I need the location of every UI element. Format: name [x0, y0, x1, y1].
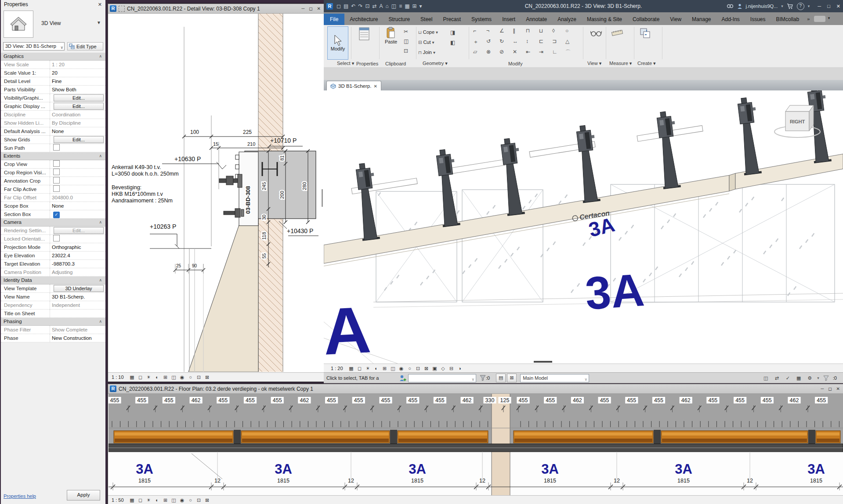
property-value[interactable]: New Construction	[50, 334, 105, 342]
edit-button[interactable]: Edit...	[54, 136, 104, 143]
checkbox[interactable]	[53, 169, 60, 175]
chevron-down-icon[interactable]: ▾	[808, 4, 810, 8]
modify-tool-icon[interactable]: ○	[565, 28, 568, 34]
visual-style-icon[interactable]: ◻	[137, 374, 144, 381]
maximize-icon[interactable]: □	[827, 4, 830, 9]
group-header-phasing[interactable]: Phasing∧	[1, 318, 105, 326]
minimize-icon[interactable]: ─	[818, 4, 821, 9]
minimize-icon[interactable]: ─	[301, 6, 304, 11]
modify-tool-icon[interactable]: ✕	[513, 49, 517, 55]
modify-tool-icon[interactable]: ∟	[552, 49, 557, 55]
help-icon[interactable]: ?	[797, 3, 804, 10]
home-3d-icon[interactable]: ⌂	[386, 3, 389, 9]
checkbox[interactable]	[53, 177, 60, 184]
modify-tool-icon[interactable]: ⇤	[526, 49, 530, 55]
copy-to-clipboard-icon[interactable]: ◫	[404, 38, 409, 44]
reveal-hidden-icon[interactable]: ○	[187, 497, 194, 504]
measure-button[interactable]	[608, 28, 626, 54]
temporary-hide-icon[interactable]: ◉	[179, 497, 186, 504]
property-value[interactable]: Show Complete	[50, 326, 105, 334]
properties-help-link[interactable]: Properties help	[4, 493, 36, 499]
cope-tool[interactable]: ⊔Cope▾	[418, 29, 438, 35]
sun-path-icon[interactable]: ☀	[145, 497, 152, 504]
shadows-icon[interactable]: ◐	[373, 365, 380, 372]
editable-only-button[interactable]: ▤	[496, 374, 506, 382]
modify-tool-icon[interactable]: ◊	[552, 28, 555, 34]
create-group-button[interactable]	[637, 28, 654, 54]
property-value[interactable]	[50, 310, 105, 317]
modify-tool-icon[interactable]: ↕	[526, 38, 528, 44]
user-name[interactable]: j.nijenhuis9Q...	[746, 4, 778, 9]
minimize-icon[interactable]: ─	[821, 386, 824, 391]
view-scale-button[interactable]: 1 : 50	[112, 497, 124, 503]
detail-level-icon[interactable]: ▦	[129, 497, 136, 504]
cut-geometry-tool[interactable]: ⊟Cut▾	[418, 40, 434, 45]
constraints-icon[interactable]: ⊠	[204, 497, 211, 504]
background-processes-icon[interactable]: ▦	[795, 375, 802, 382]
ribbon-tab-bimcollab[interactable]: BIMcollab	[771, 14, 805, 25]
reveal-hidden-icon[interactable]: ○	[406, 365, 413, 372]
modify-tool-icon[interactable]: ＋	[473, 38, 478, 46]
measure-icon[interactable]: ⇄	[373, 3, 377, 9]
ribbon-tab-structure[interactable]: Structure	[383, 14, 415, 25]
undo-icon[interactable]: ↶	[351, 3, 355, 9]
property-value[interactable]: None	[50, 127, 105, 135]
paint-icon[interactable]: ◨	[450, 29, 455, 36]
property-value[interactable]: Adjusting	[50, 268, 105, 276]
ribbon-tab-architecture[interactable]: Architecture	[344, 14, 383, 25]
modify-tool-icon[interactable]: △	[565, 38, 569, 44]
property-value[interactable]: Show Both	[50, 86, 105, 94]
property-value[interactable]: By Discipline	[50, 119, 105, 127]
ribbon-tab-issues[interactable]: Issues	[745, 14, 771, 25]
view-scale-button[interactable]: 1 : 20	[331, 366, 343, 371]
chevron-down-icon[interactable]: ▼	[97, 20, 101, 25]
view-properties-icon[interactable]: ⊡	[195, 374, 203, 381]
checks-icon[interactable]: ✓	[784, 375, 791, 382]
modify-tool-icon[interactable]: ▱	[473, 49, 477, 55]
modify-tool-icon[interactable]: ⊘	[499, 49, 504, 55]
ribbon-tab-insert[interactable]: Insert	[497, 14, 521, 25]
section-box-icon[interactable]: ⊟	[448, 365, 455, 372]
ribbon-tab-massing-site[interactable]: Massing & Site	[582, 14, 627, 25]
customize-icon[interactable]: ▾	[420, 3, 422, 9]
group-header-extents[interactable]: Extents∧	[1, 152, 105, 160]
analytical-icon[interactable]: ◇	[440, 365, 447, 372]
modify-tool-icon[interactable]: ↺	[486, 38, 491, 44]
exclude-options-button[interactable]: ⊠	[507, 374, 517, 382]
save-icon[interactable]: ◻	[336, 3, 341, 9]
ribbon-tab-collaborate[interactable]: Collaborate	[627, 14, 665, 25]
ribbon-panel-label-clipboard[interactable]: Clipboard	[385, 61, 406, 66]
ribbon-tab-view[interactable]: View	[665, 14, 687, 25]
split-face-icon[interactable]: ◧	[450, 40, 455, 46]
properties-palette-titlebar[interactable]: Properties ✕	[1, 0, 105, 9]
show-crop-icon[interactable]: ◫	[170, 374, 177, 381]
ribbon-panel-label-modify[interactable]: Modify	[508, 61, 522, 66]
ribbon-tab-analyze[interactable]: Analyze	[552, 14, 582, 25]
property-value[interactable]: Orthographic	[50, 243, 105, 251]
modify-tool-icon[interactable]: ∠	[499, 28, 504, 34]
edit-button[interactable]: Edit...	[54, 103, 104, 110]
close-icon[interactable]: ✕	[373, 84, 377, 89]
open-icon[interactable]: ▤	[344, 3, 348, 9]
modify-tool-icon[interactable]: ↻	[499, 38, 504, 44]
ribbon-display-toggle[interactable]	[814, 16, 825, 22]
group-header-camera[interactable]: Camera∧	[1, 219, 105, 227]
maximize-icon[interactable]: ◻	[309, 6, 312, 11]
crop-view-icon[interactable]: ⊞	[162, 374, 169, 381]
constraints-icon[interactable]: ⊠	[204, 374, 211, 381]
modify-tool-icon[interactable]: ⌐	[473, 28, 476, 34]
ribbon-panel-label-measure[interactable]: Measure ▾	[609, 61, 632, 66]
temporary-hide-icon[interactable]: ◉	[179, 374, 186, 381]
print-icon[interactable]: ⊡	[365, 3, 369, 9]
crop-view-icon[interactable]: ⊞	[381, 365, 388, 372]
edit-button[interactable]: 3D Underlay	[54, 285, 104, 292]
modify-tool-icon[interactable]: ⊓	[526, 28, 530, 34]
cut-to-clipboard-icon[interactable]: ✂	[404, 29, 408, 35]
group-header-graphics[interactable]: Graphics∧	[1, 53, 105, 61]
edit-button[interactable]: Edit...	[54, 227, 104, 234]
view-properties-icon[interactable]: ⊡	[195, 497, 203, 504]
selection-filter-icon[interactable]	[823, 375, 829, 381]
ribbon-tab-steel[interactable]: Steel	[415, 14, 438, 25]
modify-tool-icon[interactable]: ⊗	[486, 49, 491, 55]
checkbox[interactable]: ✓	[53, 212, 60, 218]
